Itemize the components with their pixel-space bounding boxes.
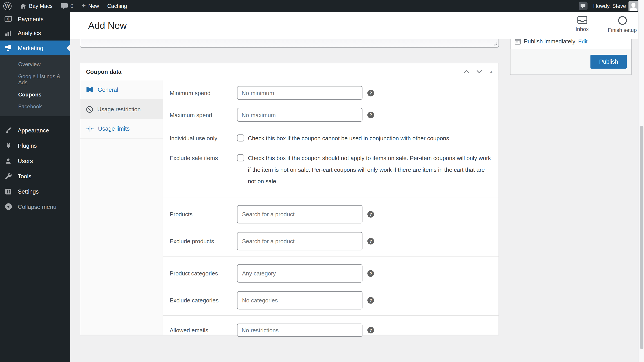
caching-label: Caching [107,3,127,9]
tab-label: General [98,86,118,93]
comments-icon [61,3,68,9]
metabox-title: Coupon data [86,68,464,75]
collapse-icon [4,203,12,210]
sidebar-label: Appearance [18,127,49,133]
tab-general[interactable]: General [80,80,162,100]
site-name: Bay Macs [29,3,52,9]
checkbox-description: Check this box if the coupon should not … [248,152,494,187]
sidebar-item-tools[interactable]: Tools [0,168,70,184]
help-icon[interactable]: ? [368,270,374,277]
publish-button[interactable]: Publish [590,55,627,69]
minimum-spend-input[interactable] [237,86,362,100]
help-icon[interactable]: ? [368,297,374,304]
submenu-item-facebook[interactable]: Facebook [0,100,70,112]
exclude-products-row: Exclude products Search for a product… ? [163,232,498,250]
exclude-sale-items-checkbox[interactable] [237,154,244,161]
howdy-text: Howdy, Steve [593,3,626,9]
move-down-icon[interactable] [476,70,482,74]
coupon-data-header: Coupon data ▲ [80,64,498,80]
notification-bubble-icon [579,2,588,10]
submenu-item-google-listings[interactable]: Google Listings & Ads [0,70,70,88]
wordpress-admin: W Bay Macs 0 + New Caching How [0,0,644,362]
finish-setup-button[interactable]: Finish setup [604,16,641,33]
field-label: Exclude sale items [170,152,237,164]
page-title: Add New [88,20,127,31]
tab-usage-limits[interactable]: Usage limits [80,119,162,138]
emails-section: Allowed emails ? [163,315,498,344]
field-label: Product categories [170,270,237,277]
my-account-link[interactable]: Howdy, Steve [589,0,644,12]
exclude-products-search-input[interactable]: Search for a product… [237,232,362,250]
minimum-spend-row: Minimum spend ? [163,86,498,100]
wp-logo-menu[interactable]: W [0,0,16,12]
toggle-panel-icon[interactable]: ▲ [489,69,494,74]
sidebar-item-plugins[interactable]: Plugins [0,138,70,153]
finish-setup-icon [618,16,627,25]
products-search-input[interactable]: Search for a product… [237,205,362,224]
field-label: Maximum spend [170,112,237,118]
sidebar-item-analytics[interactable]: Analytics [0,26,70,40]
move-up-icon[interactable] [464,70,470,74]
tab-label: Usage limits [98,126,130,132]
field-label: Individual use only [170,132,237,144]
notifications-button[interactable] [574,0,589,12]
inbox-icon [577,16,587,24]
menu-gap [0,116,70,122]
exclude-sale-items-row: Exclude sale items Check this box if the… [163,152,498,187]
wrench-icon [4,172,12,180]
comment-count: 0 [70,3,73,9]
individual-use-checkbox[interactable] [237,134,244,142]
analytics-icon [4,30,12,36]
wordpress-logo-icon: W [3,2,12,10]
sidebar-item-payments[interactable]: $ Payments [0,12,70,26]
sidebar-item-settings[interactable]: Settings [0,184,70,199]
limits-icon [86,126,94,132]
exclude-categories-input[interactable]: No categories [237,291,362,310]
sidebar-label: Plugins [18,142,37,148]
help-icon[interactable]: ? [368,112,374,118]
field-label: Exclude products [170,238,237,244]
sidebar-label: Users [18,158,33,164]
spend-section: Minimum spend ? Maximum spend ? Individu… [163,80,498,197]
caching-link[interactable]: Caching [103,0,131,12]
collapse-menu-button[interactable]: Collapse menu [0,199,70,214]
coupon-tabs: General Usage restriction Usage limits [80,80,163,335]
sidebar-item-marketing[interactable]: Marketing [0,40,70,55]
sidebar-item-appearance[interactable]: Appearance [0,122,70,138]
payments-icon: $ [4,15,12,22]
sidebar-label: Payments [18,16,44,22]
admin-bar: W Bay Macs 0 + New Caching How [0,0,644,12]
products-section: Products Search for a product… ? Exclude… [163,197,498,256]
help-icon[interactable]: ? [368,327,374,334]
placeholder-text: No categories [242,297,278,304]
allowed-emails-row: Allowed emails ? [163,324,498,337]
coupon-data-metabox: Coupon data ▲ General [80,63,499,335]
scrollbar-track[interactable] [638,0,644,362]
product-categories-input[interactable]: Any category [237,264,362,283]
scrollbar-thumb[interactable] [640,126,643,349]
new-content-link[interactable]: + New [78,0,103,12]
submenu-item-overview[interactable]: Overview [0,58,70,70]
help-icon[interactable]: ? [368,90,374,96]
product-categories-row: Product categories Any category ? [163,264,498,283]
avatar [628,1,638,11]
no-entry-icon [86,106,93,113]
site-name-link[interactable]: Bay Macs [16,0,57,12]
sidebar-item-users[interactable]: Users [0,153,70,168]
submenu-item-coupons[interactable]: Coupons [0,88,70,100]
tab-usage-restriction[interactable]: Usage restriction [80,100,162,119]
users-icon [4,158,12,164]
metabox-controls: ▲ [464,69,494,74]
allowed-emails-input[interactable] [237,324,362,337]
help-icon[interactable]: ? [368,238,374,244]
maximum-spend-input[interactable] [237,108,362,122]
help-icon[interactable]: ? [368,211,374,218]
ticket-icon [86,87,94,93]
categories-section: Product categories Any category ? Exclud… [163,256,498,315]
activity-inbox-button[interactable]: Inbox [564,16,601,32]
maximum-spend-row: Maximum spend ? [163,108,498,122]
comments-link[interactable]: 0 [57,0,77,12]
resize-grip-icon[interactable] [493,42,497,46]
megaphone-icon [4,44,12,51]
placeholder-text: Any category [242,270,276,277]
